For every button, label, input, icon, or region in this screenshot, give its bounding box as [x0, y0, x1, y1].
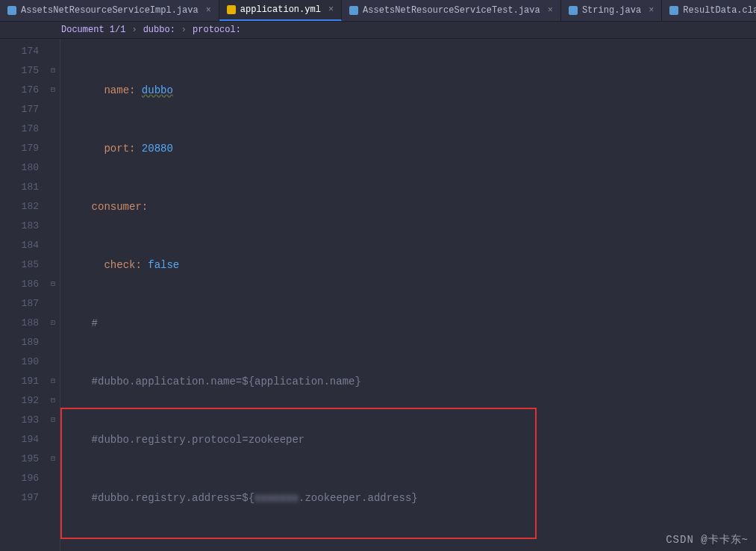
line-number: 196: [0, 469, 39, 488]
line-number: 192: [0, 391, 39, 411]
code-editor[interactable]: 1741751761771781791801811821831841851861…: [0, 39, 756, 551]
yaml-icon: [227, 5, 236, 14]
tab-resultdata[interactable]: ResultData.class×: [662, 0, 756, 21]
breadcrumb-doc[interactable]: Document 1/1: [61, 25, 125, 35]
editor-tabs: AssetsNetResourceServiceImpl.java× appli…: [0, 0, 756, 22]
line-number: 187: [0, 294, 39, 314]
fold-marker[interactable]: [46, 100, 60, 119]
fold-marker[interactable]: ⊟: [46, 391, 60, 411]
code-content[interactable]: name: dubbo port: 20880 consumer: check:…: [60, 39, 756, 551]
close-icon[interactable]: ×: [649, 5, 654, 16]
line-number: 174: [0, 42, 39, 61]
line-number: 182: [0, 197, 39, 217]
code-line[interactable]: #dubbo.registry.address=${▮▮▮▮▮▮▮.zookee…: [66, 488, 756, 508]
fold-marker[interactable]: ⊟: [46, 61, 60, 81]
line-number: 180: [0, 158, 39, 178]
fold-marker[interactable]: [46, 197, 60, 217]
line-number: 175: [0, 61, 39, 81]
code-line[interactable]: check: false: [66, 255, 756, 275]
tab-string[interactable]: String.java×: [561, 0, 662, 21]
fold-marker[interactable]: ⊟: [46, 81, 60, 100]
watermark: CSDN @卡卡东~: [666, 533, 749, 547]
line-number: 193: [0, 411, 39, 430]
fold-marker[interactable]: ⊟: [46, 372, 60, 391]
code-line[interactable]: #dubbo.registry.protocol=zookeeper: [66, 430, 756, 449]
line-number: 189: [0, 333, 39, 352]
java-icon: [7, 6, 16, 15]
code-line[interactable]: #dubbo.application.name=${application.na…: [66, 372, 756, 391]
close-icon[interactable]: ×: [206, 5, 211, 16]
line-number: 195: [0, 449, 39, 469]
fold-marker[interactable]: [46, 430, 60, 449]
code-line[interactable]: port: 20880: [66, 139, 756, 158]
fold-marker[interactable]: [46, 236, 60, 255]
line-number: 176: [0, 81, 39, 100]
line-number: 185: [0, 255, 39, 275]
line-number: 191: [0, 372, 39, 391]
class-icon: [669, 6, 678, 15]
fold-marker[interactable]: [46, 119, 60, 139]
breadcrumb-dubbo[interactable]: dubbo:: [143, 25, 175, 35]
java-icon: [569, 6, 578, 15]
fold-marker[interactable]: ⊟: [46, 449, 60, 469]
code-line[interactable]: name: dubbo: [66, 81, 756, 100]
line-number: 179: [0, 139, 39, 158]
fold-marker[interactable]: [46, 42, 60, 61]
line-number: 197: [0, 488, 39, 508]
line-number: 177: [0, 100, 39, 119]
code-line[interactable]: consumer:: [66, 197, 756, 217]
fold-marker[interactable]: [46, 352, 60, 372]
chevron-right-icon: ›: [181, 25, 187, 35]
line-number: 183: [0, 217, 39, 236]
fold-marker[interactable]: [46, 158, 60, 178]
close-icon[interactable]: ×: [548, 5, 553, 16]
fold-marker[interactable]: ⊟: [46, 411, 60, 430]
tab-application-yml[interactable]: application.yml×: [219, 0, 342, 21]
fold-marker[interactable]: [46, 488, 60, 508]
java-icon: [349, 6, 358, 15]
fold-marker[interactable]: [46, 217, 60, 236]
fold-marker[interactable]: ⊡: [46, 314, 60, 333]
line-number: 188: [0, 314, 39, 333]
code-line[interactable]: #dubbo.registry.id=dubbo-registry: [66, 547, 756, 551]
breadcrumb-protocol[interactable]: protocol:: [193, 25, 241, 35]
line-number: 181: [0, 178, 39, 197]
fold-marker[interactable]: [46, 139, 60, 158]
breadcrumb: Document 1/1 › dubbo: › protocol:: [0, 22, 756, 39]
fold-marker[interactable]: [46, 294, 60, 314]
fold-marker[interactable]: [46, 469, 60, 488]
tab-assets-test[interactable]: AssetsNetResourceServiceTest.java×: [342, 0, 561, 21]
chevron-right-icon: ›: [131, 25, 137, 35]
line-number: 178: [0, 119, 39, 139]
tab-assets-impl[interactable]: AssetsNetResourceServiceImpl.java×: [0, 0, 219, 21]
close-icon[interactable]: ×: [328, 4, 334, 15]
line-number: 186: [0, 275, 39, 294]
line-number-gutter: 1741751761771781791801811821831841851861…: [0, 39, 46, 551]
code-line[interactable]: #: [66, 314, 756, 333]
fold-marker[interactable]: [46, 333, 60, 352]
fold-marker[interactable]: [46, 255, 60, 275]
fold-gutter[interactable]: ⊟⊟⊟⊡⊟⊟⊟⊟: [46, 39, 60, 551]
fold-marker[interactable]: [46, 178, 60, 197]
line-number: 194: [0, 430, 39, 449]
fold-marker[interactable]: ⊟: [46, 275, 60, 294]
highlight-box: [60, 408, 537, 539]
line-number: 190: [0, 352, 39, 372]
line-number: 184: [0, 236, 39, 255]
